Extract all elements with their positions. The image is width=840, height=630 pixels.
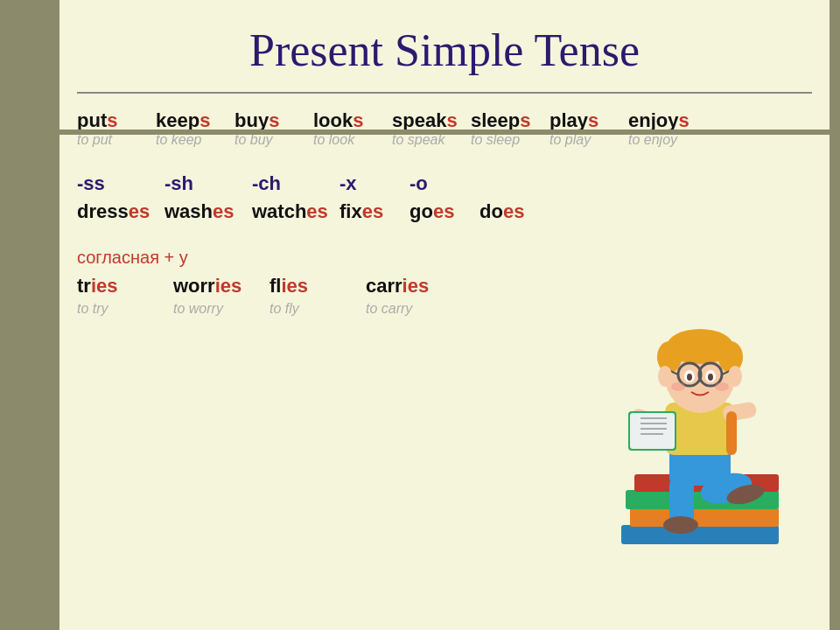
ies-tries: tries <box>77 275 173 298</box>
s-letter: s <box>269 109 279 131</box>
s-letter: s <box>200 109 210 131</box>
svg-point-7 <box>663 516 698 534</box>
verb-row-main: puts to put keeps to keep buys to buy lo… <box>77 109 812 148</box>
es-washes: washes <box>164 200 252 223</box>
left-bar <box>0 0 60 630</box>
verb-item-plays: plays to play <box>550 109 628 148</box>
s-letter: s <box>678 109 689 131</box>
es-letter: es <box>213 200 234 222</box>
boy-illustration <box>586 262 814 586</box>
ies-carries: carries <box>366 275 462 298</box>
divider <box>77 92 812 94</box>
page-title: Present Simple Tense <box>77 9 812 92</box>
ies-letter: ies <box>215 275 242 297</box>
es-verb-row: dresses washes watches fixes goes does <box>77 200 812 223</box>
section-regular-s: puts to put keeps to keep buys to buy lo… <box>77 109 812 148</box>
right-bar <box>830 0 840 630</box>
svg-point-32 <box>715 382 729 391</box>
es-letter: es <box>362 200 383 222</box>
es-letter: es <box>129 200 150 222</box>
svg-point-30 <box>708 374 713 381</box>
ies-sub-fly: to fly <box>270 301 366 317</box>
s-letter: s <box>107 109 117 131</box>
verb-item-keeps: keeps to keep <box>156 109 234 148</box>
es-letter: es <box>306 200 327 222</box>
suffix-sh: -sh <box>164 172 252 195</box>
s-letter: s <box>353 109 363 131</box>
svg-point-33 <box>658 366 672 387</box>
verb-item-puts: puts to put <box>77 109 156 148</box>
s-letter: s <box>446 109 457 131</box>
boy-svg <box>586 262 814 586</box>
suffix-ch: -ch <box>252 172 340 195</box>
ies-letter: ies <box>91 275 118 297</box>
top-accent-bar <box>24 130 830 135</box>
es-watches: watches <box>252 200 340 223</box>
ies-worries: worries <box>173 275 270 298</box>
ies-letter: ies <box>281 275 308 297</box>
svg-rect-1 <box>630 508 779 527</box>
es-does: does <box>480 200 550 223</box>
ies-sub-worry: to worry <box>173 301 270 317</box>
section-es-verbs: -ss -sh -ch -x -o dresses washes watches… <box>77 172 812 223</box>
ies-sub-try: to try <box>77 301 173 317</box>
suffix-row: -ss -sh -ch -x -o <box>77 172 812 195</box>
verb-item-looks: looks to look <box>313 109 392 148</box>
suffix-ss: -ss <box>77 172 164 195</box>
ies-letter: ies <box>402 275 430 297</box>
ies-sub-carry: to carry <box>366 301 462 317</box>
svg-rect-35 <box>726 411 737 455</box>
es-letter: es <box>503 200 524 222</box>
es-letter: es <box>433 200 454 222</box>
svg-point-31 <box>671 382 685 391</box>
es-goes: goes <box>410 200 480 223</box>
svg-rect-0 <box>621 525 779 544</box>
s-letter: s <box>588 109 598 131</box>
s-letter: s <box>520 109 530 131</box>
es-dresses: dresses <box>77 200 164 223</box>
suffix-x: -x <box>340 172 410 195</box>
verb-item-buys: buys to buy <box>234 109 313 148</box>
es-fixes: fixes <box>340 200 410 223</box>
svg-point-29 <box>687 374 692 381</box>
suffix-o: -o <box>410 172 480 195</box>
verb-item-sleeps: sleeps to sleep <box>471 109 550 148</box>
verb-item-speaks: speaks to speak <box>392 109 471 148</box>
ies-flies: flies <box>270 275 366 298</box>
verb-item-enjoys: enjoys to enjoy <box>628 109 707 148</box>
svg-point-34 <box>728 366 742 387</box>
